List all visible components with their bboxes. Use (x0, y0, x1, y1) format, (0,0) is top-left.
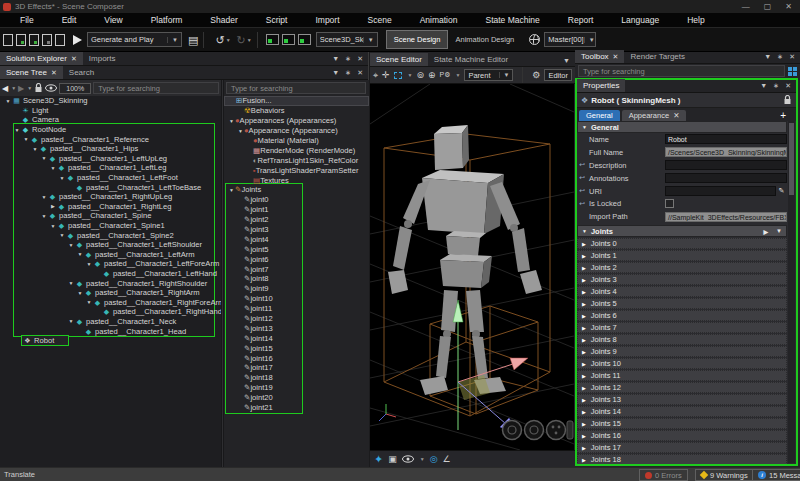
expander-icon[interactable]: ▼ (4, 98, 12, 104)
forward-button[interactable]: ▶ (18, 84, 24, 93)
tree-item[interactable]: ▼◆pasted__Character1_LeftForeArm (0, 259, 221, 269)
menu-help[interactable]: Help (673, 13, 718, 27)
tab-render-targets[interactable]: Render Targets (624, 50, 691, 63)
close-icon[interactable]: ✕ (785, 82, 791, 90)
component-item[interactable]: ▼✎Joints (224, 185, 369, 195)
expander-icon[interactable]: ▶ (582, 253, 586, 259)
menu-script[interactable]: Script (252, 13, 302, 27)
tab-properties[interactable]: Properties (577, 79, 625, 92)
joint-item[interactable]: ✎joint7 (224, 264, 369, 274)
screen-target-icon-3[interactable] (298, 34, 311, 45)
panel-menu-icon[interactable]: ▼ (332, 55, 339, 63)
scale-tool-icon[interactable]: ⊕ (428, 70, 436, 80)
expander-icon[interactable]: ▼ (85, 299, 93, 305)
joint-item[interactable]: ✎joint16 (224, 353, 369, 363)
pivot-settings-icon[interactable]: P⚙ (440, 70, 451, 80)
undo-button[interactable]: ↺ (215, 34, 224, 46)
maximize-button[interactable]: ▢ (764, 2, 772, 11)
expander-icon[interactable]: ▼ (67, 242, 75, 248)
pin-icon[interactable]: ∗ (773, 82, 779, 90)
expander-icon[interactable]: ▶ (582, 373, 586, 379)
close-icon[interactable]: ✕ (51, 69, 57, 77)
joint-item[interactable]: ✎joint14 (224, 333, 369, 343)
close-icon[interactable]: ✕ (673, 111, 679, 120)
close-icon[interactable]: ✕ (613, 53, 619, 61)
joints-row[interactable]: ▶Joints 6 (577, 310, 787, 321)
joints-row[interactable]: ▶Joints 18 (577, 454, 787, 464)
joint-item[interactable]: ✎joint10 (224, 294, 369, 304)
play-button[interactable] (73, 35, 82, 45)
joints-row[interactable]: ▶Joints 5 (577, 298, 787, 309)
joints-row[interactable]: ▶Joints 15 (577, 418, 787, 429)
joint-item[interactable]: ✎joint17 (224, 363, 369, 373)
expander-icon[interactable]: ▶ (582, 325, 586, 331)
tree-item[interactable]: ◆pasted__Character1_LeftToeBase (0, 182, 221, 192)
expander-icon[interactable]: ▶ (582, 349, 586, 355)
expander-icon[interactable]: ▶ (582, 241, 586, 247)
report-log-icon[interactable]: ▤ (188, 34, 198, 46)
components-search-input[interactable]: Type for searching (226, 82, 366, 94)
joints-row[interactable]: ▶Joints 14 (577, 406, 787, 417)
reset-icon[interactable]: ↩ (579, 161, 589, 169)
expander-icon[interactable]: ▼ (58, 175, 66, 181)
tree-item[interactable]: ▼◆pasted__Character1_RightShoulder (0, 278, 221, 288)
messages-badge[interactable]: i15 Messages (752, 469, 800, 481)
errors-badge[interactable]: 0 Errors (639, 469, 688, 481)
collapse-icon[interactable]: ▼ (582, 228, 587, 234)
redo-caret-icon[interactable]: ▼ (247, 37, 252, 43)
expander-icon[interactable]: ▶ (582, 433, 586, 439)
toolbox-search-input[interactable]: Type for searching (578, 65, 785, 77)
expander-icon[interactable]: ▶ (582, 265, 586, 271)
tree-item[interactable]: ▼◆pasted__Character1_LeftShoulder (0, 240, 221, 250)
tab-scene-editor[interactable]: Scene Editor (370, 53, 428, 66)
undo-caret-icon[interactable]: ▼ (226, 37, 231, 43)
expander-icon[interactable]: ▶ (582, 313, 586, 319)
snap-tool-icon[interactable]: ⌖ (373, 70, 378, 80)
joints-row[interactable]: ▶Joints 0 (577, 238, 787, 249)
tree-item[interactable]: ◆Camera (0, 115, 221, 125)
tree-item[interactable]: ▼◆pasted__Character1_Reference (0, 134, 221, 144)
visibility-eye-icon[interactable] (402, 455, 414, 463)
tree-item[interactable]: ▼◆pasted__Character1_RightUpLeg (0, 192, 221, 202)
close-icon[interactable]: ✕ (357, 55, 363, 63)
frame-selection-icon[interactable]: ▣ (388, 454, 397, 464)
tab-imports[interactable]: Imports (83, 52, 122, 65)
tree-item[interactable]: ☀Light (0, 106, 221, 116)
joint-item[interactable]: ✎joint6 (224, 254, 369, 264)
expander-icon[interactable]: ▼ (40, 213, 48, 219)
expander-icon[interactable]: ▶ (582, 397, 586, 403)
expander-icon[interactable]: ▶ (582, 421, 586, 427)
joints-row[interactable]: ▶Joints 13 (577, 394, 787, 405)
joints-row[interactable]: ▶Joints 17 (577, 442, 787, 453)
tree-item[interactable]: ▼◆pasted__Character1_LeftUpLeg (0, 154, 221, 164)
menu-language[interactable]: Language (607, 13, 673, 27)
master-dropdown[interactable]: Master[00]▼ (544, 32, 596, 47)
property-value-field[interactable] (665, 160, 787, 170)
expander-icon[interactable]: ▶ (582, 361, 586, 367)
expander-icon[interactable]: ▼ (49, 165, 57, 171)
joints-row[interactable]: ▶Joints 3 (577, 274, 787, 285)
expander-icon[interactable]: ▼ (228, 187, 235, 193)
expander-icon[interactable]: ▼ (13, 127, 21, 133)
expander-icon[interactable]: ▼ (76, 290, 84, 296)
menu-report[interactable]: Report (554, 13, 608, 27)
component-item[interactable]: ⊞Fusion... (224, 96, 369, 106)
add-file-icon[interactable] (16, 34, 26, 46)
expander-icon[interactable]: ▶ (582, 337, 586, 343)
zoom-level[interactable]: 100% (59, 83, 91, 94)
chevron-down-icon[interactable]: ▼ (363, 37, 374, 43)
component-item[interactable]: ▼●Appearance (Appearance) (224, 126, 369, 136)
lock-icon[interactable] (783, 95, 792, 105)
eye-icon[interactable] (45, 84, 57, 92)
back-button[interactable]: ◀ (2, 84, 8, 93)
property-value-field[interactable] (665, 186, 776, 196)
tree-item[interactable]: ▼◆pasted__Character1_Spine2 (0, 230, 221, 240)
joint-item[interactable]: ✎joint15 (224, 343, 369, 353)
close-icon[interactable]: ✕ (789, 53, 795, 61)
joints-row[interactable]: ▶Joints 10 (577, 358, 787, 369)
move-tool-icon[interactable]: ✛ (382, 70, 390, 80)
expander-icon[interactable]: ▶ (49, 203, 57, 209)
menu-state-machine[interactable]: State Machine (471, 13, 553, 27)
panel-menu-icon[interactable]: ▼ (764, 53, 771, 61)
section-joints[interactable]: ▼ Joints ▶▼ (577, 225, 787, 237)
